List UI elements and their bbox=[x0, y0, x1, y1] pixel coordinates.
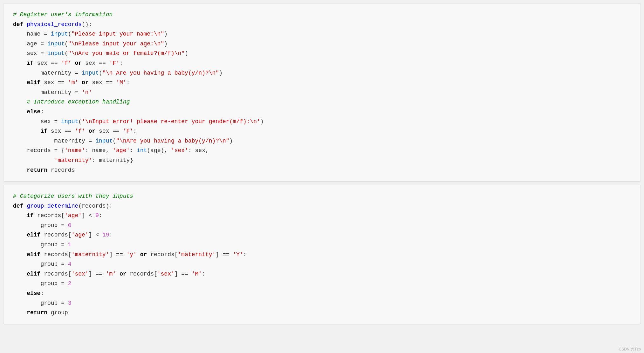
code-line: def physical_records(): bbox=[13, 20, 631, 30]
code-line: maternity = 'n' bbox=[13, 88, 631, 97]
code-block-2: # Categorize users with they inputs def … bbox=[3, 185, 641, 324]
code-line: records = {'name': name, 'age': int(age)… bbox=[13, 146, 631, 156]
code-line: elif sex == 'm' or sex == 'M': bbox=[13, 78, 631, 88]
code-line: def group_determine(records): bbox=[13, 201, 631, 211]
code-line: else: bbox=[13, 107, 631, 117]
code-line: group = 4 bbox=[13, 259, 631, 269]
code-line: if sex == 'f' or sex == 'F': bbox=[13, 126, 631, 136]
code-line: return records bbox=[13, 165, 631, 175]
code-line: sex = input("\nAre you male or female?(m… bbox=[13, 49, 631, 58]
code-line: maternity = input("\n Are you having a b… bbox=[13, 68, 631, 78]
code-line: # Categorize users with they inputs bbox=[13, 191, 631, 201]
code-line: if records['age'] < 9: bbox=[13, 211, 631, 221]
code-line: name = input("Please input your name:\n"… bbox=[13, 29, 631, 39]
code-line: elif records['maternity'] == 'y' or reco… bbox=[13, 250, 631, 260]
code-line: # Introduce exception handling bbox=[13, 97, 631, 107]
code-line: group = 0 bbox=[13, 221, 631, 230]
watermark: CSDN @Tzp bbox=[619, 347, 641, 351]
code-line: maternity = input("\nAre you having a ba… bbox=[13, 136, 631, 146]
code-line: else: bbox=[13, 289, 631, 298]
code-line: sex = input('\nInput error! please re-en… bbox=[13, 117, 631, 127]
code-line: 'maternity': maternity} bbox=[13, 156, 631, 165]
code-line: group = 2 bbox=[13, 279, 631, 289]
code-line: group = 1 bbox=[13, 240, 631, 250]
code-line: return group bbox=[13, 308, 631, 318]
code-line: age = input("\nPlease input your age:\n"… bbox=[13, 39, 631, 49]
code-line: group = 3 bbox=[13, 298, 631, 308]
code-line: elif records['sex'] == 'm' or records['s… bbox=[13, 269, 631, 279]
code-block-1: # Register user's information def physic… bbox=[3, 3, 641, 182]
code-line: if sex == 'f' or sex == 'F': bbox=[13, 58, 631, 68]
code-line: elif records['age'] < 19: bbox=[13, 230, 631, 240]
code-line: # Register user's information bbox=[13, 10, 631, 20]
